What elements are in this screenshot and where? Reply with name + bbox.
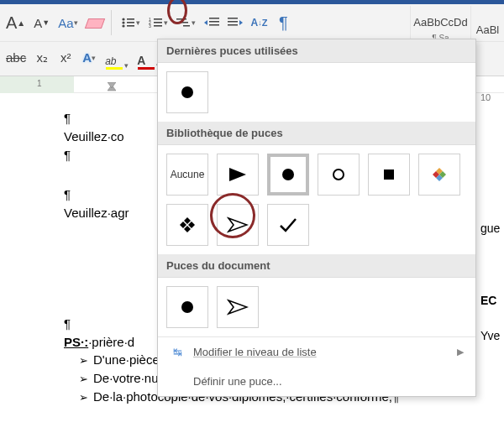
define-new-bullet-item[interactable]: Définir une puce... [158, 367, 475, 396]
document-bullets-header: Puces du document [158, 254, 475, 278]
svg-marker-31 [184, 226, 191, 232]
bullet-option-arrowhead[interactable] [217, 154, 259, 196]
svg-marker-30 [184, 217, 191, 224]
increase-indent-button[interactable] [225, 11, 245, 34]
svg-text:3: 3 [149, 23, 151, 29]
menu-label: Modifier le niveau de liste [193, 346, 317, 358]
svg-rect-7 [154, 18, 162, 20]
svg-rect-14 [183, 25, 190, 27]
svg-rect-16 [209, 21, 219, 23]
list-level-icon: ↹ [170, 346, 185, 358]
ruler-tick-label: 1 [37, 79, 42, 88]
svg-marker-18 [204, 20, 207, 25]
arrowhead-icon [228, 166, 248, 183]
eraser-icon [87, 17, 102, 29]
svg-marker-35 [228, 300, 247, 314]
svg-marker-34 [228, 218, 247, 232]
separator [111, 10, 112, 35]
show-paragraph-marks-button[interactable]: ¶ [273, 11, 293, 34]
subscript-button[interactable]: x₂ [32, 46, 52, 70]
change-list-level-item[interactable]: ↹ Modifier le niveau de liste ▶ [158, 337, 475, 367]
bullet-option-4color[interactable] [418, 154, 460, 196]
highlight-color-button[interactable]: ab ▾ [102, 46, 131, 70]
bullet-option-arrow-outline[interactable] [217, 286, 259, 328]
arrow-outline-icon [227, 299, 249, 315]
svg-rect-9 [154, 22, 162, 23]
svg-marker-33 [188, 222, 195, 228]
bullet-option-disc[interactable] [166, 71, 208, 113]
svg-rect-13 [180, 22, 188, 23]
bullet-library-header: Bibliothèque de puces [158, 122, 475, 145]
shrink-font-button[interactable]: A▼ [31, 11, 52, 34]
svg-rect-17 [209, 24, 219, 26]
bullet-option-4diamond[interactable] [166, 204, 208, 246]
change-case-button[interactable]: Aa▾ [55, 11, 80, 34]
superscript-button[interactable]: x² [55, 46, 76, 70]
strikethrough-button[interactable]: abc [3, 46, 29, 70]
bullet-option-disc[interactable] [166, 286, 208, 328]
multilevel-list-icon [176, 17, 190, 29]
four-diamond-color-icon [432, 167, 447, 182]
ruler-tick-label: 10 [477, 87, 504, 107]
svg-rect-19 [228, 18, 238, 19]
svg-marker-32 [180, 222, 186, 228]
bullet-option-square[interactable] [368, 154, 410, 196]
svg-rect-11 [154, 25, 162, 27]
menu-label: Définir une puce... [193, 375, 282, 388]
square-icon [384, 169, 394, 180]
chevron-right-icon: ▶ [457, 347, 464, 357]
four-diamond-icon [179, 216, 196, 233]
bullet-option-circle[interactable] [318, 154, 360, 196]
checkmark-icon [279, 216, 297, 233]
svg-rect-1 [127, 18, 134, 20]
svg-point-2 [122, 21, 124, 23]
decrease-indent-icon [204, 17, 219, 29]
ruler-indent-marker[interactable] [108, 82, 115, 90]
text-fragment: EC [477, 289, 504, 312]
clear-formatting-button[interactable] [84, 11, 104, 34]
text-effects-button[interactable]: A▾ [79, 46, 99, 70]
numbering-button[interactable]: 123 ▾ [146, 11, 171, 34]
grow-font-button[interactable]: A▲ [3, 11, 28, 34]
bulleted-list-icon [121, 17, 134, 29]
svg-rect-21 [228, 24, 238, 26]
circle-icon [333, 169, 344, 180]
svg-rect-20 [228, 21, 238, 23]
bullets-button[interactable]: ▾ [118, 11, 143, 34]
decrease-indent-button[interactable] [202, 11, 222, 34]
increase-indent-icon [228, 17, 243, 29]
bullet-option-disc[interactable] [267, 154, 309, 196]
bullet-option-arrow-outline[interactable] [217, 204, 259, 246]
disc-icon [181, 86, 193, 98]
svg-rect-3 [127, 22, 134, 23]
recent-bullets-header: Dernières puces utilisées [158, 39, 475, 63]
text-fragment: gue [477, 216, 504, 240]
svg-rect-5 [127, 25, 134, 27]
svg-point-0 [122, 18, 124, 20]
partial-offscreen-text: 10 gue EC Yve [477, 109, 504, 347]
text-fragment: Yve [477, 324, 504, 347]
svg-marker-24 [108, 82, 116, 88]
svg-rect-15 [209, 18, 219, 19]
disc-icon [282, 169, 294, 180]
numbered-list-icon: 123 [149, 17, 162, 29]
svg-marker-25 [229, 168, 246, 181]
bullet-option-check[interactable] [267, 204, 309, 246]
svg-marker-22 [239, 20, 243, 25]
bullet-option-none[interactable]: Aucune [166, 154, 208, 196]
svg-rect-12 [176, 18, 186, 20]
multilevel-list-button[interactable]: ▾ [174, 11, 198, 34]
arrow-outline-icon [227, 216, 249, 233]
disc-icon [181, 301, 193, 313]
svg-point-4 [122, 24, 124, 27]
sort-button[interactable]: A↓Z [249, 11, 270, 34]
bullets-dropdown: Dernières puces utilisées Bibliothèque d… [157, 39, 476, 397]
